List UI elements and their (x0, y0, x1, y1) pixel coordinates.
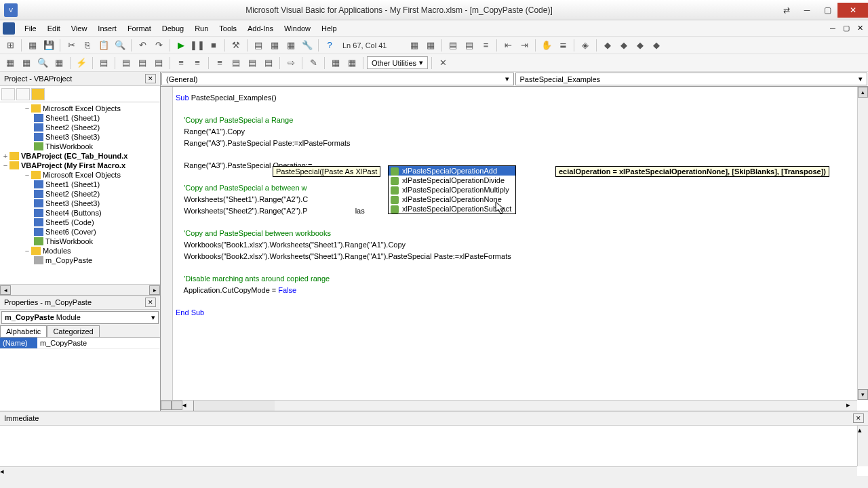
ct-icon-20[interactable]: ✕ (435, 56, 450, 70)
view-object-icon[interactable] (16, 88, 30, 100)
undo-icon[interactable]: ↶ (135, 38, 150, 53)
tree-modules[interactable]: Modules (43, 247, 71, 255)
object-browser-icon[interactable]: ▦ (283, 38, 298, 53)
breakpoint-icon[interactable]: ✋ (539, 38, 554, 53)
ct-icon-16[interactable]: ⇨ (283, 56, 298, 70)
minimize-button[interactable]: ─ (797, 3, 817, 18)
mdi-restore[interactable]: ▢ (841, 24, 852, 33)
help-icon[interactable]: ? (322, 38, 337, 53)
ct-icon-8[interactable]: ▤ (135, 56, 150, 70)
code-hscroll-left[interactable]: ◂ (182, 401, 193, 411)
ct-icon-10[interactable]: ≡ (174, 56, 189, 70)
procedure-view-icon[interactable] (161, 401, 172, 410)
tree-excel-objects-2[interactable]: Microsoft Excel Objects (43, 171, 121, 179)
cut-icon[interactable]: ✂ (64, 38, 79, 53)
close-button[interactable]: ✕ (837, 3, 868, 18)
paste-icon[interactable]: 📋 (96, 38, 111, 53)
ct-icon-14[interactable]: ▤ (245, 56, 260, 70)
immediate-close-button[interactable]: ✕ (853, 413, 864, 423)
insert-module-icon[interactable]: ▦ (25, 38, 40, 53)
maximize-button[interactable]: ▢ (817, 3, 837, 18)
ct-icon-17[interactable]: ✎ (306, 56, 321, 70)
tree-sheet1a[interactable]: Sheet1 (Sheet1) (45, 114, 100, 122)
code-hscroll-right[interactable]: ▸ (846, 401, 857, 411)
redo-icon[interactable]: ↷ (151, 38, 166, 53)
ct-icon-1[interactable]: ▦ (3, 56, 18, 70)
project-tree[interactable]: −Microsoft Excel Objects Sheet1 (Sheet1)… (0, 102, 160, 284)
bookmark-icon[interactable]: ◈ (578, 38, 593, 53)
prop-name-value[interactable]: m_CopyPaste (37, 338, 160, 348)
ct-icon-18[interactable]: ▦ (328, 56, 343, 70)
props-tab-categorized[interactable]: Categorized (47, 325, 99, 337)
intellisense-item-none[interactable]: xlPasteSpecialOperationNone (389, 195, 515, 204)
intellisense-item-add[interactable]: xlPasteSpecialOperationAdd (389, 166, 515, 176)
tree-sheet4[interactable]: Sheet4 (Buttons) (45, 209, 102, 217)
immediate-hscroll-left[interactable]: ◂ (0, 467, 9, 475)
ct-icon-15[interactable]: ▤ (261, 56, 276, 70)
full-module-view-icon[interactable] (172, 401, 182, 410)
view-excel-icon[interactable]: ⊞ (3, 38, 18, 53)
tree-hscroll-left[interactable]: ◂ (0, 285, 11, 295)
tree-excel-objects[interactable]: Microsoft Excel Objects (43, 104, 121, 113)
immediate-vscroll[interactable]: ▴ (857, 426, 868, 466)
run-icon[interactable]: ▶ (174, 38, 189, 53)
tree-vba2[interactable]: VBAProject (My First Macro.x (21, 161, 125, 169)
ct-icon-9[interactable]: ▤ (151, 56, 166, 70)
ct-icon-12[interactable]: ≡ (212, 56, 227, 70)
tree-sheet5[interactable]: Sheet5 (Code) (45, 218, 94, 226)
reset-icon[interactable]: ■ (206, 38, 221, 53)
menu-addins[interactable]: Add-Ins (242, 22, 279, 35)
ct-icon-19[interactable]: ▦ (344, 56, 359, 70)
tree-sheet2a[interactable]: Sheet2 (Sheet2) (45, 123, 100, 131)
ct-icon-11[interactable]: ≡ (190, 56, 205, 70)
comment-icon[interactable]: ≣ (555, 38, 570, 53)
procedure-dropdown[interactable]: PasteSpecial_Examples▾ (515, 73, 868, 85)
object-dropdown[interactable]: (General)▾ (161, 73, 514, 85)
copy-icon[interactable]: ⎘ (80, 38, 95, 53)
toggle-folders-icon[interactable] (31, 88, 45, 100)
tb-icon-3[interactable]: ▤ (446, 38, 460, 53)
save-icon[interactable]: 💾 (41, 38, 56, 53)
menu-help[interactable]: Help (316, 22, 342, 35)
tb-icon-6[interactable]: ◆ (600, 38, 615, 53)
tree-mod1[interactable]: m_CopyPaste (45, 256, 92, 264)
tb-icon-1[interactable]: ▦ (407, 38, 422, 53)
break-icon[interactable]: ❚❚ (190, 38, 205, 53)
menu-window[interactable]: Window (279, 22, 316, 35)
intellisense-item-multiply[interactable]: xlPasteSpecialOperationMultiply (389, 185, 515, 195)
tree-sheet1b[interactable]: Sheet1 (Sheet1) (45, 180, 100, 188)
intellisense-item-divide[interactable]: xlPasteSpecialOperationDivide (389, 176, 515, 185)
menu-file[interactable]: File (19, 22, 42, 35)
menu-edit[interactable]: Edit (42, 22, 66, 35)
tree-sheet2b[interactable]: Sheet2 (Sheet2) (45, 190, 100, 198)
tb-icon-7[interactable]: ◆ (616, 38, 631, 53)
tree-vba1[interactable]: VBAProject (EC_Tab_Hound.x (21, 152, 128, 160)
ct-icon-5[interactable]: ⚡ (74, 56, 89, 70)
menu-view[interactable]: View (66, 22, 93, 35)
mdi-close[interactable]: ✕ (854, 24, 865, 33)
tree-sheet3b[interactable]: Sheet3 (Sheet3) (45, 199, 100, 207)
project-close-button[interactable]: ✕ (145, 74, 156, 83)
tree-sheet3a[interactable]: Sheet3 (Sheet3) (45, 133, 100, 141)
tree-workbook-a[interactable]: ThisWorkbook (45, 142, 93, 150)
toolbox-icon[interactable]: 🔧 (300, 38, 315, 53)
outdent-icon[interactable]: ⇤ (500, 38, 515, 53)
menu-tools[interactable]: Tools (214, 22, 242, 35)
tb-icon-2[interactable]: ▦ (423, 38, 438, 53)
intellisense-item-subtract[interactable]: xlPasteSpecialOperationSubtract (389, 204, 515, 214)
tb-icon-8[interactable]: ◆ (633, 38, 648, 53)
find-icon[interactable]: 🔍 (113, 38, 127, 53)
ct-icon-13[interactable]: ▤ (229, 56, 243, 70)
tree-workbook-b[interactable]: ThisWorkbook (45, 237, 93, 245)
menu-insert[interactable]: Insert (92, 22, 122, 35)
ct-icon-6[interactable]: ▤ (96, 56, 111, 70)
menu-debug[interactable]: Debug (157, 22, 189, 35)
code-editor[interactable]: Sub PasteSpecial_Examples() 'Copy and Pa… (161, 87, 868, 411)
tb-icon-5[interactable]: ≡ (478, 38, 493, 53)
indent-icon[interactable]: ⇥ (517, 38, 532, 53)
tb-icon-9[interactable]: ◆ (649, 38, 664, 53)
tree-sheet6[interactable]: Sheet6 (Cover) (45, 228, 96, 236)
immediate-input[interactable]: ▴ ◂ (0, 426, 868, 476)
menu-run[interactable]: Run (189, 22, 214, 35)
design-mode-icon[interactable]: ⚒ (229, 38, 243, 53)
